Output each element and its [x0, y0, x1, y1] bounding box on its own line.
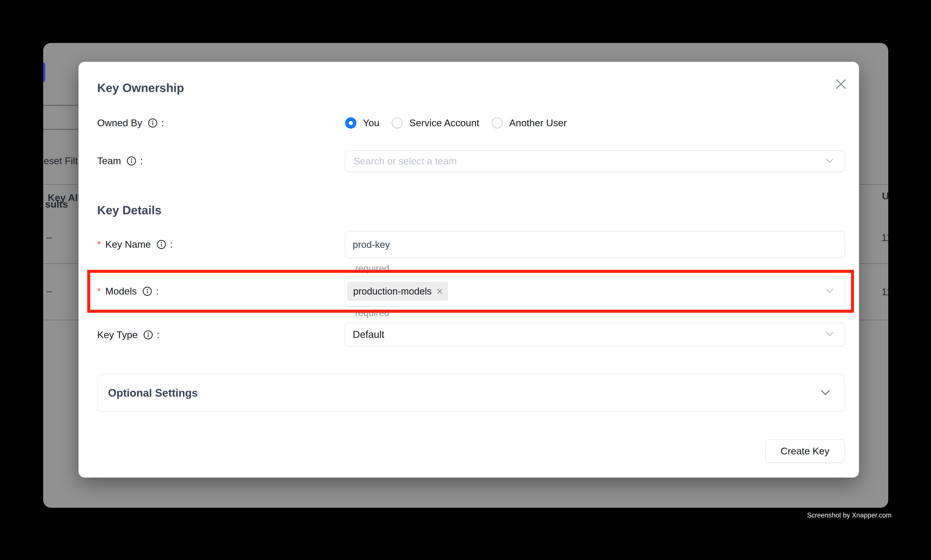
label-colon: : [157, 329, 160, 340]
key-name-input[interactable]: prod-key [345, 231, 845, 258]
key-name-label: * Key Name : [97, 239, 173, 250]
info-icon[interactable] [148, 118, 157, 128]
label-colon: : [162, 117, 164, 129]
tag-remove-icon[interactable] [436, 288, 443, 295]
radio-another-user-label: Another User [509, 117, 567, 129]
models-label-text: Models [105, 286, 137, 297]
owned-by-label: Owned By : [97, 117, 164, 129]
required-asterisk: * [97, 239, 101, 250]
table-row-date-fragment: 11/ [882, 286, 888, 298]
owned-by-label-text: Owned By [97, 117, 142, 129]
radio-selected-icon [345, 117, 356, 129]
info-icon[interactable] [157, 240, 166, 249]
key-type-label: Key Type : [97, 329, 159, 340]
dimmed-app-window: eset Filt sults Key Alia Up – – 11/ 11/ … [43, 43, 888, 508]
label-colon: : [140, 155, 143, 166]
radio-service-account[interactable]: Service Account [391, 117, 479, 129]
chevron-down-icon [826, 158, 834, 164]
key-type-select[interactable]: Default [345, 323, 845, 346]
label-colon: : [170, 239, 173, 250]
models-label: * Models : [97, 286, 159, 297]
optional-settings-toggle[interactable]: Optional Settings [97, 374, 845, 412]
create-key-button[interactable]: Create Key [765, 439, 845, 463]
modal-close-button[interactable] [832, 75, 849, 93]
key-name-label-text: Key Name [105, 239, 151, 250]
background-divider [43, 105, 80, 106]
selected-model-tag-label: production-models [353, 286, 432, 297]
chevron-down-icon [820, 389, 830, 397]
chevron-down-icon [826, 288, 834, 294]
radio-you-label: You [363, 117, 379, 129]
section-title-key-ownership: Key Ownership [97, 81, 184, 95]
radio-another-user[interactable]: Another User [491, 117, 567, 129]
create-key-button-label: Create Key [780, 446, 829, 457]
info-icon[interactable] [143, 286, 152, 296]
models-required-hint: required [355, 308, 389, 318]
create-key-modal: Key Ownership Owned By : You [78, 62, 859, 478]
indigo-button-fragment [43, 63, 45, 82]
radio-service-account-label: Service Account [409, 117, 479, 129]
team-label-text: Team [97, 155, 121, 166]
owned-by-radio-group: You Service Account Another User [345, 117, 579, 129]
key-type-label-text: Key Type [97, 329, 138, 340]
key-name-required-hint: required [355, 263, 389, 274]
required-asterisk: * [97, 286, 101, 297]
key-name-value: prod-key [345, 239, 390, 250]
key-type-value: Default [345, 329, 385, 340]
optional-settings-label: Optional Settings [108, 387, 198, 399]
watermark-text: Screenshot by Xnapper.com [807, 511, 891, 519]
table-row-dash: – [46, 285, 52, 297]
table-row-dash: – [46, 232, 52, 243]
table-row-date-fragment: 11/ [882, 232, 888, 243]
section-title-key-details: Key Details [97, 203, 162, 217]
selected-model-tag: production-models [347, 282, 448, 301]
team-label: Team : [97, 155, 143, 166]
label-colon: : [156, 286, 159, 297]
screenshot-canvas: eset Filt sults Key Alia Up – – 11/ 11/ … [0, 0, 931, 560]
close-icon [835, 78, 847, 91]
table-header-updated-fragment: Up [882, 191, 888, 202]
chevron-down-icon [826, 331, 834, 337]
background-divider [43, 129, 80, 130]
radio-unselected-icon [491, 117, 503, 129]
models-select[interactable]: production-models [345, 276, 845, 307]
reset-filters-label-fragment: eset Filt [44, 155, 78, 166]
radio-you[interactable]: You [345, 117, 379, 129]
info-icon[interactable] [127, 156, 136, 166]
team-select[interactable]: Search or select a team [345, 150, 845, 172]
info-icon[interactable] [143, 330, 153, 340]
team-select-placeholder: Search or select a team [345, 155, 457, 167]
radio-unselected-icon [391, 117, 403, 129]
